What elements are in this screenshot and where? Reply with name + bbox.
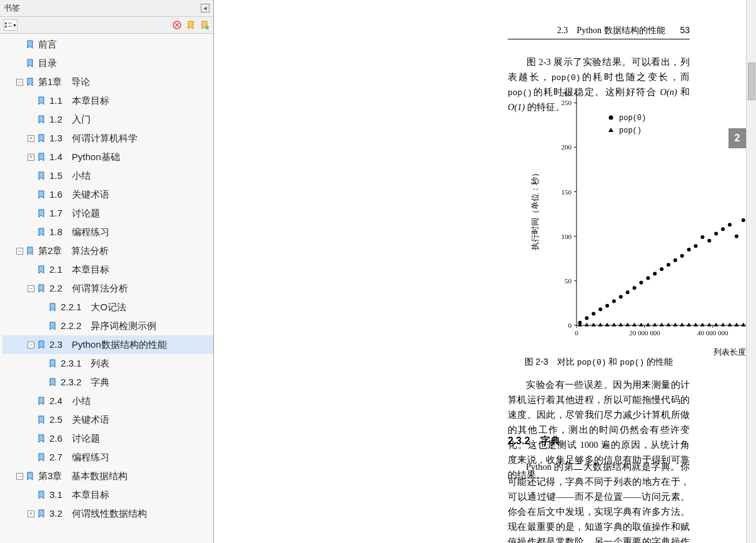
collapse-icon[interactable]: − — [28, 285, 34, 292]
bookmark-label: 目录 — [38, 58, 57, 69]
bookmark-icon — [37, 415, 46, 424]
bookmark-node[interactable]: 目录 — [3, 54, 213, 73]
toggle-spacer — [28, 266, 34, 273]
svg-point-46 — [626, 290, 630, 294]
bookmark-node[interactable]: 2.5 关键术语 — [3, 410, 213, 429]
bookmark-tree[interactable]: 前言目录−第1章 导论1.1 本章目标1.2 入门+1.3 何谓计算机科学+1.… — [0, 34, 213, 543]
bookmark-node[interactable]: −第1章 导论 — [3, 73, 213, 91]
toggle-spacer — [28, 210, 34, 217]
collapse-sidebar-button[interactable]: ◄ — [201, 4, 209, 13]
bookmark-icon — [26, 246, 34, 255]
bookmark-node[interactable]: 2.6 讨论题 — [3, 429, 213, 448]
bookmark-node[interactable]: 2.3.2 字典 — [3, 373, 213, 392]
chapter-tab[interactable]: 2 — [728, 128, 746, 148]
bookmark-icon — [48, 378, 57, 387]
expand-icon[interactable]: + — [28, 510, 34, 517]
toggle-spacer — [28, 116, 34, 123]
collapse-icon[interactable]: − — [16, 473, 23, 480]
scroll-thumb[interactable] — [748, 63, 755, 100]
svg-text:200: 200 — [562, 143, 572, 151]
header-rule — [508, 39, 690, 39]
bookmark-node[interactable]: 2.2.2 异序词检测示例 — [3, 317, 213, 335]
bookmark-node[interactable]: +1.3 何谓计算机科学 — [3, 129, 213, 148]
bookmark-node[interactable]: 1.2 入门 — [3, 110, 213, 129]
add-bookmark-icon[interactable] — [199, 20, 209, 30]
svg-point-7 — [205, 26, 209, 29]
svg-point-58 — [707, 239, 711, 243]
bookmark-label: 1.3 何谓计算机科学 — [49, 133, 138, 145]
svg-text:100: 100 — [562, 233, 572, 240]
bookmark-node[interactable]: 前言 — [3, 35, 213, 54]
heading-2-3-2: 2.3.2 字典 — [508, 435, 560, 448]
bookmark-label: 2.6 讨论题 — [49, 433, 100, 445]
vertical-scrollbar[interactable] — [746, 0, 756, 543]
bookmark-label: 2.5 关键术语 — [49, 414, 109, 426]
toggle-spacer — [16, 60, 23, 67]
svg-point-63 — [742, 218, 745, 222]
bookmark-icon — [37, 228, 46, 236]
toggle-spacer — [28, 229, 34, 236]
bookmark-node[interactable]: −2.3 Python数据结构的性能 — [3, 335, 213, 354]
figure-2-3: 050100150200250260020 000 00040 000 0006… — [527, 88, 756, 360]
svg-point-40 — [585, 317, 588, 320]
svg-text:150: 150 — [562, 188, 572, 196]
svg-text:0: 0 — [568, 322, 572, 329]
svg-text:50: 50 — [565, 277, 572, 285]
svg-point-36 — [609, 116, 613, 120]
bookmark-label: 2.1 本章目标 — [49, 264, 109, 276]
delete-bookmark-icon[interactable] — [172, 20, 182, 30]
collapse-icon[interactable]: − — [16, 79, 23, 86]
bookmark-label: 2.2.1 大O记法 — [61, 302, 126, 313]
svg-point-59 — [714, 231, 718, 235]
bookmark-icon — [37, 265, 46, 274]
bookmark-icon — [37, 134, 46, 143]
bookmark-icon — [37, 115, 46, 124]
bookmark-node[interactable]: −第2章 算法分析 — [3, 241, 213, 260]
svg-text:20 000 000: 20 000 000 — [629, 329, 660, 337]
bookmark-node[interactable]: 2.1 本章目标 — [3, 260, 213, 279]
bookmark-node[interactable]: +3.2 何谓线性数据结构 — [3, 504, 213, 523]
bookmark-label: 2.2.2 异序词检测示例 — [61, 320, 156, 332]
toggle-spacer — [16, 41, 23, 48]
bookmark-node[interactable]: 1.8 编程练习 — [3, 223, 213, 241]
bookmark-icon — [48, 322, 57, 330]
svg-rect-1 — [5, 26, 7, 28]
toggle-spacer — [39, 379, 46, 386]
toggle-spacer — [39, 304, 46, 311]
bookmark-node[interactable]: 1.6 关键术语 — [3, 185, 213, 204]
bookmark-icon — [37, 153, 46, 161]
collapse-icon[interactable]: − — [28, 342, 34, 348]
expand-icon[interactable]: + — [28, 154, 34, 161]
bookmark-node[interactable]: 1.1 本章目标 — [3, 91, 213, 110]
bookmark-label: 2.4 小结 — [49, 395, 91, 407]
svg-point-44 — [612, 300, 616, 303]
bookmark-node[interactable]: 2.4 小结 — [3, 392, 213, 410]
sidebar-toolbar: ▼ — [0, 17, 213, 34]
bookmark-icon — [37, 434, 46, 443]
svg-point-48 — [639, 281, 643, 285]
bookmark-node[interactable]: −第3章 基本数据结构 — [3, 467, 213, 485]
svg-point-52 — [667, 263, 670, 266]
toggle-spacer — [28, 492, 34, 499]
new-bookmark-icon[interactable] — [186, 20, 196, 30]
view-options-button[interactable]: ▼ — [4, 19, 18, 31]
bookmark-node[interactable]: 1.7 讨论题 — [3, 204, 213, 223]
bookmark-node[interactable]: 3.1 本章目标 — [3, 485, 213, 504]
expand-icon[interactable]: + — [28, 135, 34, 142]
bookmark-node[interactable]: 2.3.1 列表 — [3, 354, 213, 373]
svg-point-53 — [673, 258, 677, 262]
bookmark-node[interactable]: 2.7 编程练习 — [3, 448, 213, 467]
collapse-icon[interactable]: − — [16, 248, 23, 255]
svg-point-45 — [619, 295, 623, 298]
bookmark-node[interactable]: 2.2.1 大O记法 — [3, 298, 213, 317]
bookmark-label: 1.8 编程练习 — [49, 226, 109, 238]
bookmark-label: 2.7 编程练习 — [49, 452, 109, 464]
page-number: 53 — [680, 25, 690, 35]
bookmark-node[interactable]: −2.2 何谓算法分析 — [3, 279, 213, 298]
toggle-spacer — [28, 417, 34, 424]
svg-rect-0 — [5, 23, 7, 24]
sidebar-title: 书签 — [4, 3, 20, 14]
bookmark-node[interactable]: +1.4 Python基础 — [3, 148, 213, 166]
bookmark-icon — [37, 209, 46, 218]
bookmark-node[interactable]: 1.5 小结 — [3, 166, 213, 185]
